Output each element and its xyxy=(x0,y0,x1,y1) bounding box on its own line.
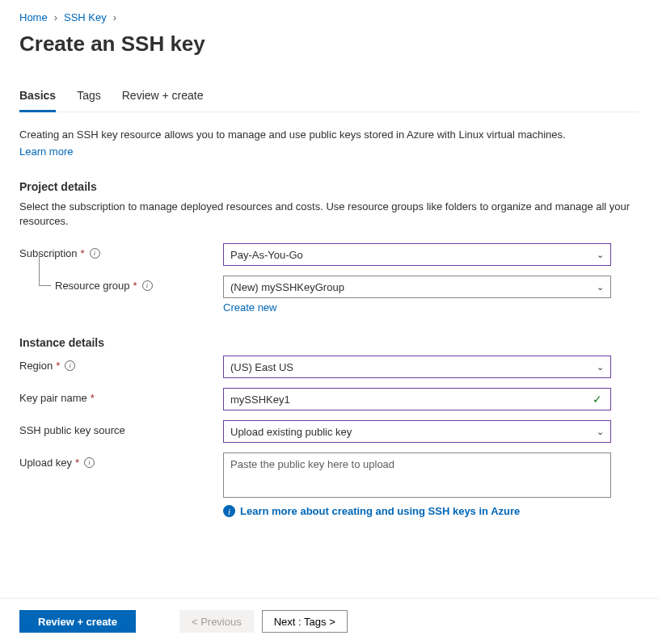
keypair-name-label: Key pair name * xyxy=(19,388,223,404)
chevron-down-icon: ⌄ xyxy=(597,282,604,293)
keypair-name-input[interactable]: mySSHKey1 ✓ xyxy=(223,388,611,410)
tab-review[interactable]: Review + create xyxy=(122,89,204,112)
review-create-button[interactable]: Review + create xyxy=(19,610,136,633)
source-label: SSH public key source xyxy=(19,420,223,436)
chevron-down-icon: ⌄ xyxy=(597,362,604,373)
region-select[interactable]: (US) East US ⌄ xyxy=(223,356,611,378)
footer: Review + create < Previous Next : Tags > xyxy=(0,598,658,644)
required-icon: * xyxy=(81,247,85,259)
source-select[interactable]: Upload existing public key ⌄ xyxy=(223,420,611,443)
info-icon[interactable]: i xyxy=(90,248,100,259)
chevron-right-icon: › xyxy=(54,11,57,23)
learn-more-ssh-link[interactable]: Learn more about creating and using SSH … xyxy=(240,505,520,517)
upload-key-textarea[interactable] xyxy=(223,452,611,498)
next-button[interactable]: Next : Tags > xyxy=(262,610,348,633)
breadcrumb-home[interactable]: Home xyxy=(19,11,48,23)
breadcrumb-sshkey[interactable]: SSH Key xyxy=(64,11,107,23)
subscription-select[interactable]: Pay-As-You-Go ⌄ xyxy=(223,243,611,266)
page-title: Create an SSH key xyxy=(19,32,639,57)
create-new-link[interactable]: Create new xyxy=(223,301,276,314)
info-icon[interactable]: i xyxy=(84,457,95,468)
info-solid-icon: i xyxy=(223,505,235,517)
project-details-heading: Project details xyxy=(19,180,639,193)
info-icon[interactable]: i xyxy=(142,280,153,291)
learn-more-link[interactable]: Learn more xyxy=(19,145,73,158)
upload-key-label: Upload key * i xyxy=(19,452,223,469)
tab-basics[interactable]: Basics xyxy=(19,89,56,112)
required-icon: * xyxy=(91,392,95,404)
check-icon: ✓ xyxy=(593,393,602,406)
breadcrumb: Home › SSH Key › xyxy=(19,11,639,23)
instance-details-heading: Instance details xyxy=(19,336,639,349)
resource-group-select[interactable]: (New) mySSHKeyGroup ⌄ xyxy=(223,276,611,298)
info-icon[interactable]: i xyxy=(65,360,75,371)
resource-group-label: Resource group * i xyxy=(19,276,223,292)
required-icon: * xyxy=(133,280,137,292)
tab-tags[interactable]: Tags xyxy=(77,89,101,112)
tabs: Basics Tags Review + create xyxy=(19,89,639,112)
chevron-down-icon: ⌄ xyxy=(597,427,604,437)
chevron-down-icon: ⌄ xyxy=(597,250,604,260)
required-icon: * xyxy=(75,457,79,469)
previous-button: < Previous xyxy=(179,610,254,633)
project-details-desc: Select the subscription to manage deploy… xyxy=(19,200,639,229)
chevron-right-icon: › xyxy=(113,11,116,23)
required-icon: * xyxy=(56,360,60,372)
region-label: Region * i xyxy=(19,356,223,372)
intro-text: Creating an SSH key resource allows you … xyxy=(19,127,639,142)
